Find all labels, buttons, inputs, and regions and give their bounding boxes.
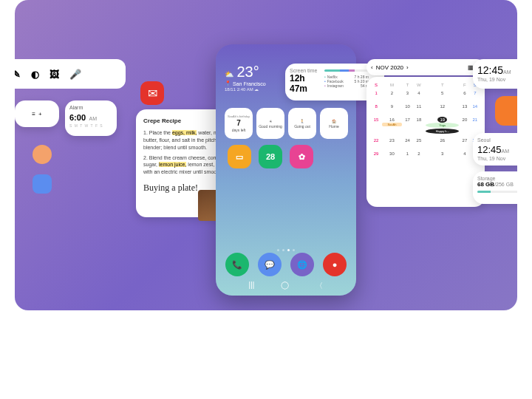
calendar-day[interactable]: 13 (460, 102, 470, 115)
calendar-widget[interactable]: SMTWTFS12345678910111213141516SooAh17181… (366, 77, 485, 207)
calendar-day[interactable]: 1 (403, 149, 413, 163)
weather-temp: 23° (236, 64, 259, 80)
calendar-day[interactable]: 4 (412, 89, 425, 102)
calendar-day[interactable]: 15 (371, 115, 381, 136)
calendar-day[interactable]: 6 (460, 89, 470, 102)
alarm-days: S M T W T F S (69, 123, 112, 128)
back-button[interactable]: 〈 (316, 281, 323, 291)
nav-bar: ||| ◯ 〈 (216, 281, 356, 291)
clock-local[interactable]: 12:45AM Thu, 19 Nov (473, 59, 517, 89)
calendar-day[interactable]: 2 (381, 89, 402, 102)
dock-internet[interactable]: 🌐 (290, 253, 314, 276)
tool-image[interactable]: 🖼 (50, 69, 59, 80)
stray-icons (33, 145, 52, 194)
countdown-widget[interactable]: SooAh's birthday 7 days left (225, 108, 253, 139)
weather-icon: ⛅ (225, 70, 233, 78)
alarm-time: 6:00 (69, 113, 86, 122)
notes-toolbar: A T ✎ ◐ 🖼 🎤 (15, 59, 126, 89)
cookie-icon[interactable] (33, 145, 52, 164)
calendar-day[interactable]: 20 (460, 115, 470, 136)
calendar-day[interactable]: 9 (381, 102, 402, 115)
tool-voice[interactable]: 🎤 (69, 69, 81, 80)
app-calendar[interactable]: 28 (259, 145, 282, 168)
app-gallery[interactable]: ✿ (290, 145, 313, 168)
calendar-day[interactable]: 11 (412, 102, 425, 115)
calendar-day[interactable]: 16SooAh (381, 115, 402, 136)
chevron-right-icon[interactable]: › (406, 64, 409, 71)
calendar-day[interactable]: 10 (403, 102, 413, 115)
screentime-app: Instagram54 m (324, 83, 369, 88)
storage-fill (477, 191, 491, 193)
calendar-day[interactable]: 12 (425, 102, 460, 115)
calendar-day[interactable]: 25 (412, 136, 425, 149)
calendar-day[interactable]: 3 (403, 89, 413, 102)
list-icon: ≡ (32, 111, 35, 117)
page-indicator (216, 249, 356, 251)
new-note-widget[interactable]: ≡ + (15, 100, 59, 127)
calendar-day[interactable]: 5 (425, 89, 460, 102)
calendar-day[interactable]: 30 (381, 149, 402, 163)
calendar-month: NOV 2020 (376, 64, 403, 71)
calendar-day[interactable]: 4 (460, 149, 470, 163)
screentime-bar (324, 69, 369, 72)
routine-morning[interactable]: ☀ Good morning (256, 108, 284, 139)
calendar-day[interactable]: 22 (371, 136, 381, 149)
tool-shape[interactable]: ◐ (31, 69, 39, 80)
calendar-day[interactable]: 3 (425, 149, 460, 163)
recents-button[interactable]: ||| (249, 281, 255, 291)
dock: 📞💬🌐● (216, 253, 356, 276)
calendar-day[interactable]: 24 (403, 136, 413, 149)
calendar-day[interactable]: 26 (425, 136, 460, 149)
calendar-day[interactable]: 2 (412, 149, 425, 163)
calendar-header[interactable]: ‹ NOV 2020 › ▦ + (366, 59, 485, 75)
calendar-day[interactable]: 21 (470, 115, 480, 136)
routine-home[interactable]: 🏠 Home (320, 108, 348, 139)
calendar-day[interactable]: 27 (460, 136, 470, 149)
calendar-day[interactable]: 17 (403, 115, 413, 136)
calendar-day[interactable]: 7 (470, 89, 480, 102)
plus-icon: + (38, 111, 42, 117)
sun-icon: ☀ (269, 119, 272, 123)
chevron-left-icon[interactable]: ‹ (371, 64, 373, 71)
storage-widget[interactable]: Storage 68 GB/256 GB (473, 171, 517, 204)
calendar-day[interactable]: 23 (381, 136, 402, 149)
clock-world[interactable]: Seoul 12:45AM Thu, 19 Nov (473, 133, 517, 166)
home-icon: 🏠 (332, 119, 336, 123)
alarm-widget[interactable]: Alarm 6:00 AM S M T W T F S (65, 100, 117, 136)
alarm-label: Alarm (69, 105, 112, 110)
calendar-day[interactable]: 1 (371, 89, 381, 102)
sticky-note-icon[interactable] (495, 96, 517, 126)
calendar-day[interactable]: 19YogaHappy h... (425, 115, 460, 136)
home-button[interactable]: ◯ (281, 281, 289, 291)
gmail-app-icon[interactable]: ✉ (140, 81, 164, 105)
calendar-day[interactable]: 29 (371, 149, 381, 163)
envelope-icon: ✉ (148, 86, 157, 100)
dock-phone[interactable]: 📞 (225, 253, 249, 276)
routine-out[interactable]: 🚶 Going out (288, 108, 316, 139)
dock-camera[interactable]: ● (323, 253, 347, 276)
tool-pen[interactable]: ✎ (15, 69, 21, 80)
dock-messages[interactable]: 💬 (258, 253, 282, 276)
app-files[interactable]: ▭ (228, 145, 251, 168)
walk-icon: 🚶 (300, 119, 304, 123)
calendar-day[interactable]: 18 (412, 115, 425, 136)
mail-icon[interactable] (33, 174, 52, 194)
calendar-day[interactable]: 8 (371, 102, 381, 115)
weather-widget[interactable]: ⛅ 23° 📍San Francisco 18/11 2:40 AM ☁ (225, 64, 266, 92)
phone-frame: ⛅ 23° 📍San Francisco 18/11 2:40 AM ☁ Scr… (216, 44, 356, 296)
pin-icon: 📍 (225, 81, 231, 86)
calendar-day[interactable]: 14 (470, 102, 480, 115)
